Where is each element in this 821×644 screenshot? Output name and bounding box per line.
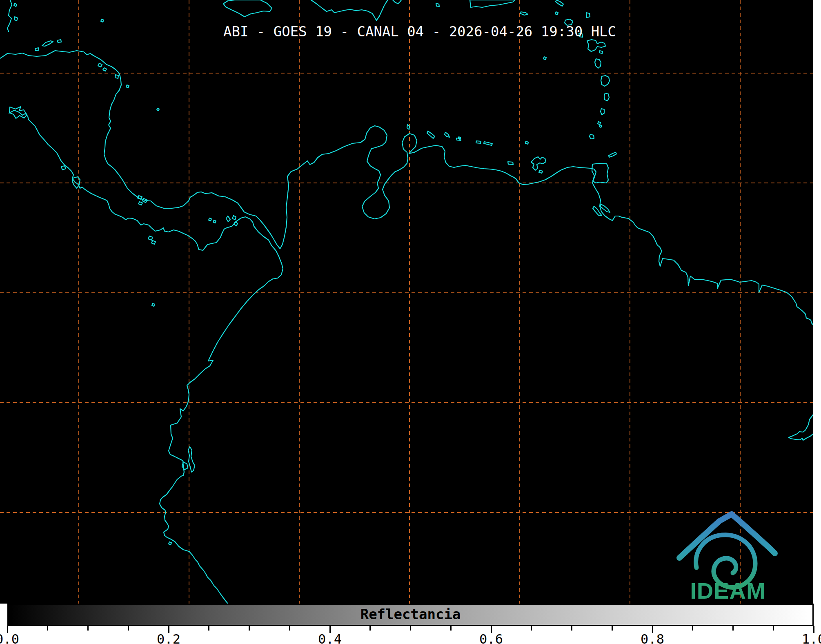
colorbar-minor-tick	[208, 626, 209, 631]
colorbar-minor-tick	[87, 626, 89, 631]
colorbar-minor-tick	[612, 626, 613, 631]
colorbar-minor-tick	[289, 626, 290, 631]
colorbar-tick-label: 0.6	[479, 631, 503, 644]
colorbar-minor-tick	[571, 626, 572, 631]
colorbar-minor-tick	[732, 626, 734, 631]
colorbar-minor-tick	[249, 626, 250, 631]
colorbar-tick-label: 1.0	[802, 631, 821, 644]
colorbar-tick-label: 0.4	[318, 631, 342, 644]
colorbar-minor-tick	[128, 626, 129, 631]
colorbar-label: Reflectancia	[360, 606, 461, 622]
image-title: ABI - GOES 19 - CANAL 04 - 2026-04-26 19…	[223, 23, 616, 40]
logo-text: IDEAM	[690, 578, 765, 604]
colorbar: Reflectancia	[7, 604, 814, 626]
colorbar-minor-tick	[450, 626, 452, 631]
colorbar-minor-tick	[531, 626, 532, 631]
satellite-map: IDEAM	[0, 0, 813, 604]
colorbar-minor-tick	[692, 626, 693, 631]
colorbar-minor-tick	[773, 626, 774, 631]
satellite-image-viewer: IDEAM ABI - GOES 19 - CANAL 04 - 2026-04…	[0, 0, 821, 644]
map-background	[0, 0, 813, 604]
colorbar-minor-tick	[410, 626, 411, 631]
colorbar-minor-tick	[47, 626, 48, 631]
colorbar-tick-label: 0.0	[0, 631, 19, 644]
colorbar-tick-label: 0.2	[157, 631, 180, 644]
colorbar-tick-label: 0.8	[641, 631, 664, 644]
colorbar-minor-tick	[369, 626, 371, 631]
